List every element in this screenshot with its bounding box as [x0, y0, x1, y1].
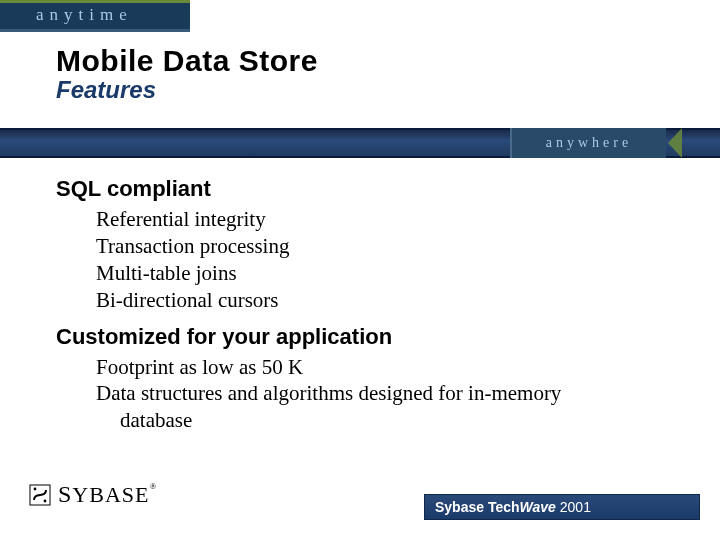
bullet-item-continuation: database [96, 407, 680, 434]
slide-title: Mobile Data Store [56, 44, 318, 78]
bullet-item: Data structures and algorithms designed … [96, 380, 680, 407]
bullet-item: Multi-table joins [96, 260, 680, 287]
body-content: SQL compliant Referential integrity Tran… [56, 176, 680, 444]
anywhere-badge: anywhere [510, 128, 666, 158]
bullet-item: Footprint as low as 50 K [96, 354, 680, 381]
sybase-wordmark: SYBASE® [58, 481, 157, 508]
bullet-item: Referential integrity [96, 206, 680, 233]
svg-point-2 [44, 499, 47, 502]
sybase-logo: SYBASE® [28, 481, 157, 508]
bullet-list: Footprint as low as 50 K Data structures… [96, 354, 680, 435]
sybase-mark-icon [28, 482, 56, 508]
event-bar: Sybase TechWave 2001 [424, 494, 700, 520]
title-block: Mobile Data Store Features [56, 44, 318, 104]
slide: anytime Mobile Data Store Features anywh… [0, 0, 720, 540]
bullet-item: Transaction processing [96, 233, 680, 260]
anytime-badge: anytime [0, 0, 190, 32]
section-heading: Customized for your application [56, 324, 680, 350]
section-heading: SQL compliant [56, 176, 680, 202]
triangle-icon [668, 128, 682, 158]
slide-subtitle: Features [56, 76, 318, 104]
bullet-list: Referential integrity Transaction proces… [96, 206, 680, 314]
bullet-item: Bi-directional cursors [96, 287, 680, 314]
svg-point-1 [34, 487, 37, 490]
